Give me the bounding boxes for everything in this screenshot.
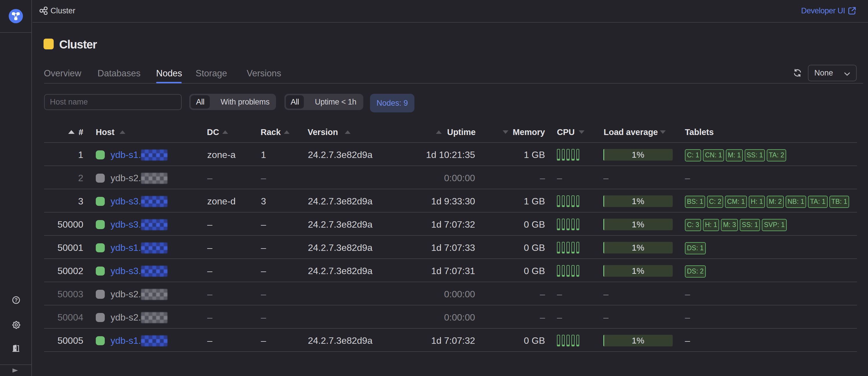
svg-text:?: ? — [14, 297, 18, 303]
